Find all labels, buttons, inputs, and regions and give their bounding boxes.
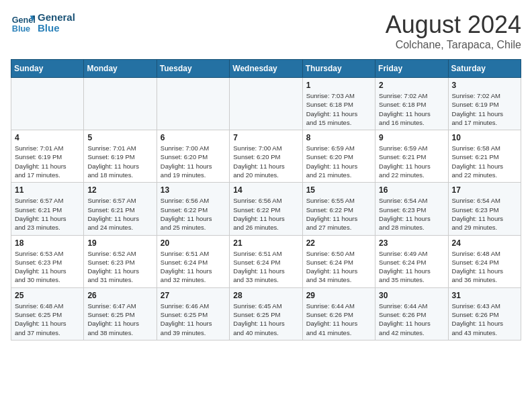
day-number: 16 [379, 185, 444, 195]
calendar-body: 1Sunrise: 7:03 AM Sunset: 6:18 PM Daylig… [11, 78, 521, 340]
calendar-cell: 8Sunrise: 6:59 AM Sunset: 6:20 PM Daylig… [302, 130, 375, 183]
day-number: 19 [87, 238, 152, 248]
day-info: Sunrise: 6:55 AM Sunset: 6:22 PM Dayligh… [306, 196, 371, 232]
calendar-cell: 1Sunrise: 7:03 AM Sunset: 6:18 PM Daylig… [302, 78, 375, 130]
calendar-cell: 19Sunrise: 6:52 AM Sunset: 6:23 PM Dayli… [84, 235, 157, 287]
weekday-sunday: Sunday [11, 60, 84, 78]
day-info: Sunrise: 6:43 AM Sunset: 6:26 PM Dayligh… [452, 302, 517, 337]
day-info: Sunrise: 6:57 AM Sunset: 6:21 PM Dayligh… [87, 196, 152, 232]
day-number: 3 [452, 81, 517, 90]
day-number: 31 [452, 291, 517, 300]
day-info: Sunrise: 6:45 AM Sunset: 6:25 PM Dayligh… [233, 302, 298, 337]
logo-line2: Blue [38, 23, 75, 34]
week-row-1: 4Sunrise: 7:01 AM Sunset: 6:19 PM Daylig… [11, 130, 521, 183]
calendar-cell: 31Sunrise: 6:43 AM Sunset: 6:26 PM Dayli… [448, 287, 521, 340]
calendar-cell: 28Sunrise: 6:45 AM Sunset: 6:25 PM Dayli… [230, 287, 302, 340]
day-number: 21 [233, 238, 298, 248]
day-info: Sunrise: 6:47 AM Sunset: 6:25 PM Dayligh… [87, 302, 152, 337]
day-info: Sunrise: 6:59 AM Sunset: 6:20 PM Dayligh… [306, 144, 371, 179]
page-header: General Blue General Blue August 2024 Co… [11, 11, 521, 51]
weekday-thursday: Thursday [302, 60, 375, 78]
day-info: Sunrise: 6:51 AM Sunset: 6:24 PM Dayligh… [161, 249, 226, 285]
calendar-cell [230, 78, 302, 130]
day-number: 1 [306, 81, 371, 90]
day-info: Sunrise: 6:57 AM Sunset: 6:21 PM Dayligh… [15, 196, 80, 232]
logo-icon: General Blue [11, 11, 35, 35]
calendar-cell: 25Sunrise: 6:48 AM Sunset: 6:25 PM Dayli… [11, 287, 84, 340]
weekday-tuesday: Tuesday [157, 60, 229, 78]
calendar-cell: 13Sunrise: 6:56 AM Sunset: 6:22 PM Dayli… [157, 183, 229, 235]
calendar-cell: 21Sunrise: 6:51 AM Sunset: 6:24 PM Dayli… [230, 235, 302, 287]
weekday-monday: Monday [84, 60, 157, 78]
day-info: Sunrise: 7:00 AM Sunset: 6:20 PM Dayligh… [161, 144, 226, 179]
weekday-friday: Friday [375, 60, 448, 78]
location-title: Colchane, Tarapaca, Chile [386, 39, 521, 51]
calendar-cell: 5Sunrise: 7:01 AM Sunset: 6:19 PM Daylig… [84, 130, 157, 183]
day-number: 15 [306, 185, 371, 195]
calendar-cell [157, 78, 229, 130]
day-number: 20 [161, 238, 226, 248]
day-info: Sunrise: 7:01 AM Sunset: 6:19 PM Dayligh… [87, 144, 152, 179]
calendar-cell: 2Sunrise: 7:02 AM Sunset: 6:18 PM Daylig… [375, 78, 448, 130]
day-info: Sunrise: 6:59 AM Sunset: 6:21 PM Dayligh… [379, 144, 444, 179]
week-row-0: 1Sunrise: 7:03 AM Sunset: 6:18 PM Daylig… [11, 78, 521, 130]
calendar-cell: 10Sunrise: 6:58 AM Sunset: 6:21 PM Dayli… [448, 130, 521, 183]
day-info: Sunrise: 6:46 AM Sunset: 6:25 PM Dayligh… [161, 302, 226, 337]
calendar-cell: 26Sunrise: 6:47 AM Sunset: 6:25 PM Dayli… [84, 287, 157, 340]
day-number: 9 [379, 133, 444, 142]
day-info: Sunrise: 6:48 AM Sunset: 6:24 PM Dayligh… [452, 249, 517, 285]
day-number: 30 [379, 291, 444, 300]
title-block: August 2024 Colchane, Tarapaca, Chile [386, 11, 521, 51]
day-number: 26 [87, 291, 152, 300]
week-row-2: 11Sunrise: 6:57 AM Sunset: 6:21 PM Dayli… [11, 183, 521, 235]
calendar-cell: 29Sunrise: 6:44 AM Sunset: 6:26 PM Dayli… [302, 287, 375, 340]
day-number: 7 [233, 133, 298, 142]
month-title: August 2024 [386, 11, 521, 39]
week-row-4: 25Sunrise: 6:48 AM Sunset: 6:25 PM Dayli… [11, 287, 521, 340]
week-row-3: 18Sunrise: 6:53 AM Sunset: 6:23 PM Dayli… [11, 235, 521, 287]
day-info: Sunrise: 6:58 AM Sunset: 6:21 PM Dayligh… [452, 144, 517, 179]
day-info: Sunrise: 6:51 AM Sunset: 6:24 PM Dayligh… [233, 249, 298, 285]
svg-text:Blue: Blue [12, 24, 30, 34]
calendar-cell: 16Sunrise: 6:54 AM Sunset: 6:23 PM Dayli… [375, 183, 448, 235]
day-number: 5 [87, 133, 152, 142]
calendar-cell: 27Sunrise: 6:46 AM Sunset: 6:25 PM Dayli… [157, 287, 229, 340]
calendar-cell [11, 78, 84, 130]
logo: General Blue General Blue [11, 11, 75, 35]
day-number: 8 [306, 133, 371, 142]
calendar-cell: 4Sunrise: 7:01 AM Sunset: 6:19 PM Daylig… [11, 130, 84, 183]
day-info: Sunrise: 6:56 AM Sunset: 6:22 PM Dayligh… [161, 196, 226, 232]
day-number: 14 [233, 185, 298, 195]
day-info: Sunrise: 6:48 AM Sunset: 6:25 PM Dayligh… [15, 302, 80, 337]
weekday-header-row: SundayMondayTuesdayWednesdayThursdayFrid… [11, 60, 521, 78]
day-number: 13 [161, 185, 226, 195]
day-number: 2 [379, 81, 444, 90]
calendar-cell: 7Sunrise: 7:00 AM Sunset: 6:20 PM Daylig… [230, 130, 302, 183]
day-info: Sunrise: 6:56 AM Sunset: 6:22 PM Dayligh… [233, 196, 298, 232]
calendar-cell: 22Sunrise: 6:50 AM Sunset: 6:24 PM Dayli… [302, 235, 375, 287]
day-info: Sunrise: 6:53 AM Sunset: 6:23 PM Dayligh… [15, 249, 80, 285]
calendar-cell: 30Sunrise: 6:44 AM Sunset: 6:26 PM Dayli… [375, 287, 448, 340]
day-info: Sunrise: 7:03 AM Sunset: 6:18 PM Dayligh… [306, 91, 371, 127]
day-number: 24 [452, 238, 517, 248]
day-number: 4 [15, 133, 80, 142]
day-number: 27 [161, 291, 226, 300]
day-number: 22 [306, 238, 371, 248]
day-number: 11 [15, 185, 80, 195]
calendar-cell: 14Sunrise: 6:56 AM Sunset: 6:22 PM Dayli… [230, 183, 302, 235]
calendar-cell [84, 78, 157, 130]
day-info: Sunrise: 6:44 AM Sunset: 6:26 PM Dayligh… [379, 302, 444, 337]
day-info: Sunrise: 6:44 AM Sunset: 6:26 PM Dayligh… [306, 302, 371, 337]
day-number: 10 [452, 133, 517, 142]
day-info: Sunrise: 6:54 AM Sunset: 6:23 PM Dayligh… [379, 196, 444, 232]
day-number: 12 [87, 185, 152, 195]
calendar-cell: 3Sunrise: 7:02 AM Sunset: 6:19 PM Daylig… [448, 78, 521, 130]
calendar-cell: 18Sunrise: 6:53 AM Sunset: 6:23 PM Dayli… [11, 235, 84, 287]
weekday-saturday: Saturday [448, 60, 521, 78]
day-info: Sunrise: 7:00 AM Sunset: 6:20 PM Dayligh… [233, 144, 298, 179]
calendar-cell: 6Sunrise: 7:00 AM Sunset: 6:20 PM Daylig… [157, 130, 229, 183]
day-number: 29 [306, 291, 371, 300]
calendar-cell: 17Sunrise: 6:54 AM Sunset: 6:23 PM Dayli… [448, 183, 521, 235]
calendar-cell: 23Sunrise: 6:49 AM Sunset: 6:24 PM Dayli… [375, 235, 448, 287]
day-info: Sunrise: 7:01 AM Sunset: 6:19 PM Dayligh… [15, 144, 80, 179]
